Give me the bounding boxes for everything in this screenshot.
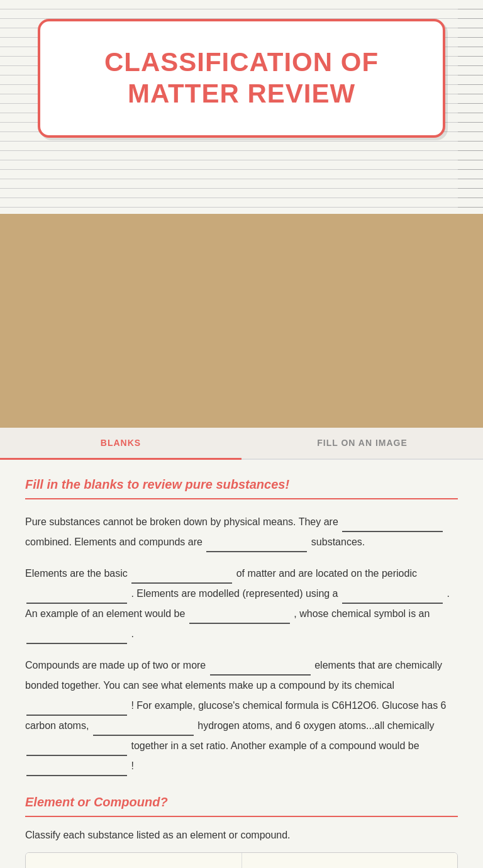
blank-11[interactable]	[26, 742, 127, 756]
element-compound-section: Element or Compound? Classify each subst…	[25, 795, 458, 868]
blank-12[interactable]	[26, 762, 127, 776]
top-background: CLASSIFICATION OF MATTER REVIEW	[0, 0, 483, 214]
grid-row-1: NO2 H2	[26, 853, 457, 868]
tabs-bar: BLANKS FILL ON AN IMAGE	[0, 428, 483, 460]
grid-cell-h2[interactable]: H2	[242, 853, 458, 868]
blank-2[interactable]	[206, 538, 307, 552]
blank-3[interactable]	[131, 570, 232, 584]
blank-4[interactable]	[26, 590, 127, 604]
tab-blanks[interactable]: BLANKS	[0, 428, 242, 460]
decorative-lines	[458, 0, 483, 214]
fill-blanks-heading: Fill in the blanks to review pure substa…	[25, 477, 458, 492]
classify-grid: NO2 H2 Fe(ClO3)3 Kr Br2	[25, 852, 458, 868]
main-content: Fill in the blanks to review pure substa…	[0, 460, 483, 868]
grid-cell-no2[interactable]: NO2	[26, 853, 242, 868]
fill-blanks-section: Fill in the blanks to review pure substa…	[25, 477, 458, 776]
blank-10[interactable]	[93, 722, 194, 736]
title-card: CLASSIFICATION OF MATTER REVIEW	[38, 19, 445, 138]
blank-9[interactable]	[26, 702, 127, 716]
blank-6[interactable]	[189, 610, 290, 624]
paragraph-1: Pure substances cannot be broken down by…	[25, 512, 458, 552]
paragraph-3: Compounds are made up of two or more ele…	[25, 655, 458, 776]
fill-blanks-divider	[25, 498, 458, 499]
element-compound-divider	[25, 816, 458, 817]
tab-fill-on-image[interactable]: FILL ON AN IMAGE	[242, 428, 483, 459]
paragraph-2: Elements are the basic of matter and are…	[25, 564, 458, 644]
blank-8[interactable]	[210, 662, 311, 676]
blank-5[interactable]	[342, 590, 443, 604]
blank-1[interactable]	[342, 518, 443, 532]
element-compound-heading: Element or Compound?	[25, 795, 458, 810]
page-title: CLASSIFICATION OF MATTER REVIEW	[59, 47, 424, 110]
blank-7[interactable]	[26, 630, 127, 644]
classify-instruction: Classify each substance listed as an ele…	[25, 830, 458, 841]
